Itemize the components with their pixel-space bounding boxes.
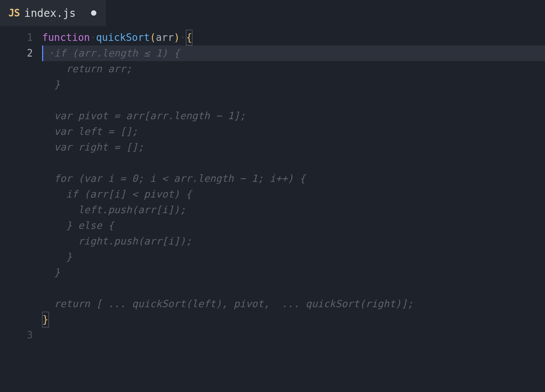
ghost-suggestion-line[interactable]: }: [42, 77, 545, 92]
function-name: quickSort: [96, 30, 150, 45]
brace-close-matched: }: [42, 312, 49, 327]
ghost-suggestion-line[interactable]: [42, 155, 545, 171]
text-cursor: [42, 45, 43, 61]
paren-close: ): [174, 30, 180, 45]
ghost-suggestion-line[interactable]: right.push(arr[i]);: [42, 233, 545, 249]
ghost-suggestion-line[interactable]: [42, 92, 545, 108]
code-lines: function·quickSort(arr)·{ ··if (arr.leng…: [42, 30, 545, 327]
ghost-suggestion-line[interactable]: ·if (arr.length ≤ 1) {: [48, 45, 180, 61]
gutter: 1 2 3: [0, 30, 42, 392]
whitespace-dot: ·: [180, 30, 186, 45]
code-area[interactable]: function·quickSort(arr)·{ ··if (arr.leng…: [42, 30, 545, 392]
ghost-suggestion-line[interactable]: return [ ... quickSort(left), pivot, ...…: [42, 296, 545, 312]
code-line[interactable]: function·quickSort(arr)·{: [42, 30, 545, 45]
code-line-active[interactable]: ··if (arr.length ≤ 1) {: [42, 45, 545, 61]
ghost-suggestion-line[interactable]: left.push(arr[i]);: [42, 202, 545, 218]
tab-bar: JS index.js: [0, 0, 545, 26]
ghost-suggestion-line[interactable]: }: [42, 265, 545, 280]
ghost-suggestion-line[interactable]: var left = [];: [42, 124, 545, 139]
paren-open: (: [150, 30, 156, 45]
line-number[interactable]: 3: [0, 327, 33, 343]
whitespace-dot: ·: [90, 30, 96, 45]
js-file-icon: JS: [8, 7, 20, 19]
brace-open-matched: {: [186, 30, 193, 45]
keyword-function: function: [42, 30, 90, 45]
modified-indicator-icon: [91, 10, 96, 16]
code-line[interactable]: }: [42, 312, 545, 327]
ghost-suggestion-line[interactable]: [42, 280, 545, 296]
tab-index-js[interactable]: JS index.js: [0, 0, 107, 26]
ghost-suggestion-line[interactable]: return arr;: [42, 61, 545, 77]
param-name: arr: [156, 30, 174, 45]
ghost-suggestion-line[interactable]: } else {: [42, 218, 545, 233]
ghost-suggestion-line[interactable]: var pivot = arr[arr.length − 1];: [42, 108, 545, 124]
editor[interactable]: 1 2 3 function·quickSort(arr)·{ ··if (ar…: [0, 26, 545, 392]
ghost-suggestion-line[interactable]: }: [42, 249, 545, 265]
line-number-blank: [0, 61, 33, 327]
tab-filename: index.js: [24, 7, 76, 19]
ghost-suggestion-line[interactable]: for (var i = 0; i < arr.length − 1; i++)…: [42, 171, 545, 186]
ghost-suggestion-line[interactable]: if (arr[i] < pivot) {: [42, 186, 545, 202]
line-number[interactable]: 2: [0, 45, 33, 61]
ghost-suggestion-line[interactable]: var right = [];: [42, 139, 545, 155]
line-number[interactable]: 1: [0, 30, 33, 45]
